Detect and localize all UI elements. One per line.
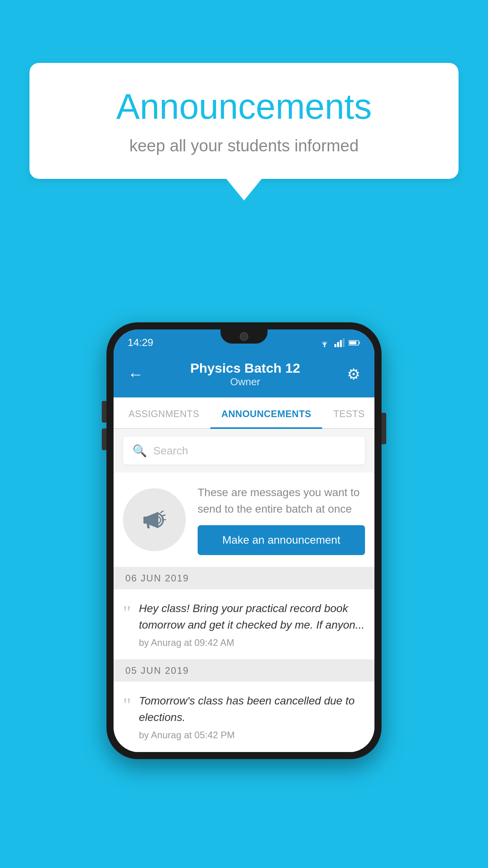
promo-icon-circle [123,488,186,551]
power-button [382,413,386,444]
signal-icon [334,338,345,347]
header-title-group: Physics Batch 12 Owner [143,360,347,388]
megaphone-icon [139,504,170,535]
app-header: ← Physics Batch 12 Owner ⚙ [114,353,374,397]
tab-assignments[interactable]: ASSIGNMENTS [117,397,210,428]
quote-icon-1: " [123,603,131,622]
svg-point-0 [324,346,325,347]
search-icon: 🔍 [132,444,147,458]
svg-rect-3 [340,340,342,347]
date-divider-1: 06 JUN 2019 [114,567,374,589]
announcement-item-1[interactable]: " Hey class! Bring your practical record… [114,589,374,660]
wifi-icon [319,338,330,347]
date-divider-2: 05 JUN 2019 [114,660,374,682]
make-announcement-button[interactable]: Make an announcement [198,525,365,555]
bubble-arrow [226,179,262,200]
status-icons [319,338,360,347]
svg-rect-6 [359,342,360,344]
tabs-bar: ASSIGNMENTS ANNOUNCEMENTS TESTS [114,397,374,429]
promo-description: These are messages you want to send to t… [198,484,365,517]
announcement-text-2: Tomorrow's class has been cancelled due … [139,693,365,726]
promo-content: These are messages you want to send to t… [198,484,365,555]
svg-rect-1 [334,344,336,347]
status-time: 14:29 [128,337,153,349]
volume-down-button [102,428,106,450]
battery-icon [349,340,360,346]
quote-icon-2: " [123,695,131,715]
phone-screen: 14:29 [114,329,374,752]
announcement-item-2[interactable]: " Tomorrow's class has been cancelled du… [114,682,374,752]
promo-section: These are messages you want to send to t… [114,473,374,567]
search-bar[interactable]: 🔍 Search [123,437,365,465]
phone-container: 14:29 [106,322,382,759]
settings-button[interactable]: ⚙ [347,366,360,383]
notch [220,329,268,344]
bubble-title: Announcements [61,86,427,127]
search-placeholder: Search [153,445,188,457]
header-title: Physics Batch 12 [143,360,347,376]
announcement-content-1: Hey class! Bring your practical record b… [139,600,365,648]
front-camera [240,332,248,341]
announcement-content-2: Tomorrow's class has been cancelled due … [139,693,365,741]
tab-tests[interactable]: TESTS [322,397,374,428]
announcement-meta-1: by Anurag at 09:42 AM [139,637,365,648]
header-subtitle: Owner [143,376,347,388]
phone-frame: 14:29 [106,322,382,759]
tab-announcements[interactable]: ANNOUNCEMENTS [210,397,322,428]
svg-rect-2 [337,342,339,347]
back-button[interactable]: ← [128,366,143,383]
volume-up-button [102,401,106,423]
search-section: 🔍 Search [114,429,374,473]
svg-line-10 [162,515,165,516]
svg-rect-8 [143,517,147,524]
bubble-subtitle: keep all your students informed [61,136,427,155]
svg-rect-7 [349,341,356,344]
speech-bubble-section: Announcements keep all your students inf… [29,63,459,200]
announcement-text-1: Hey class! Bring your practical record b… [139,600,365,633]
svg-rect-4 [343,338,345,347]
svg-line-9 [161,511,163,513]
announcement-meta-2: by Anurag at 05:42 PM [139,730,365,741]
speech-bubble-card: Announcements keep all your students inf… [29,63,459,179]
